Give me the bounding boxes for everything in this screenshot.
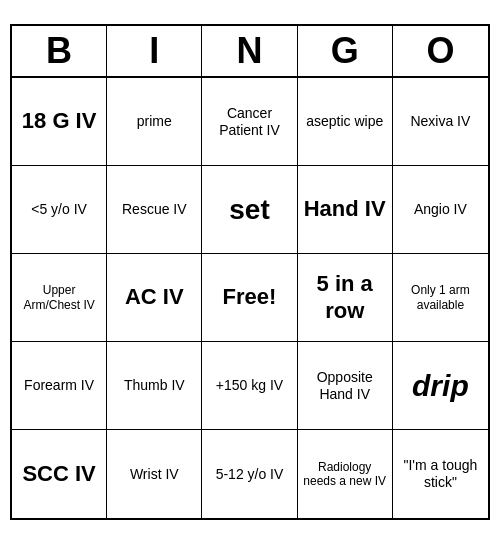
bingo-grid: 18 G IVprimeCancer Patient IVaseptic wip… — [12, 78, 488, 518]
bingo-cell: Cancer Patient IV — [202, 78, 297, 166]
bingo-cell: Opposite Hand IV — [298, 342, 393, 430]
bingo-cell: SCC IV — [12, 430, 107, 518]
bingo-cell: 5 in a row — [298, 254, 393, 342]
header-letter: O — [393, 26, 488, 76]
bingo-cell: Radiology needs a new IV — [298, 430, 393, 518]
bingo-cell: Wrist IV — [107, 430, 202, 518]
bingo-card: BINGO 18 G IVprimeCancer Patient IVasept… — [10, 24, 490, 520]
bingo-cell: Nexiva IV — [393, 78, 488, 166]
header-letter: G — [298, 26, 393, 76]
bingo-cell: 5-12 y/o IV — [202, 430, 297, 518]
header-letter: B — [12, 26, 107, 76]
bingo-cell: prime — [107, 78, 202, 166]
bingo-cell: Thumb IV — [107, 342, 202, 430]
bingo-cell: Hand IV — [298, 166, 393, 254]
bingo-cell: drip — [393, 342, 488, 430]
bingo-cell: Rescue IV — [107, 166, 202, 254]
bingo-cell: Only 1 arm available — [393, 254, 488, 342]
header-letter: N — [202, 26, 297, 76]
bingo-cell: +150 kg IV — [202, 342, 297, 430]
bingo-cell: set — [202, 166, 297, 254]
bingo-cell: aseptic wipe — [298, 78, 393, 166]
header-letter: I — [107, 26, 202, 76]
bingo-header: BINGO — [12, 26, 488, 78]
bingo-cell: AC IV — [107, 254, 202, 342]
bingo-cell: <5 y/o IV — [12, 166, 107, 254]
bingo-cell: Upper Arm/Chest IV — [12, 254, 107, 342]
bingo-cell: Forearm IV — [12, 342, 107, 430]
bingo-cell: "I'm a tough stick" — [393, 430, 488, 518]
bingo-cell: Free! — [202, 254, 297, 342]
bingo-cell: Angio IV — [393, 166, 488, 254]
bingo-cell: 18 G IV — [12, 78, 107, 166]
